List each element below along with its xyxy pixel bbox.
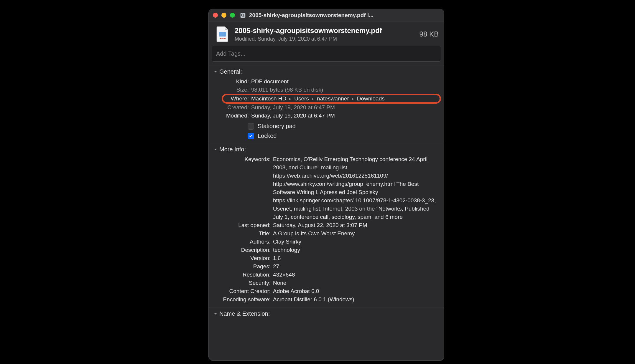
row-modified: Modified: Sunday, July 19, 2020 at 6:47 … — [213, 112, 439, 120]
where-path: Macintosh HD ▸ Users ▸ nateswanner ▸ Dow… — [251, 95, 439, 103]
info-window: 2005-shirky-agroupisitsownworstenemy.pdf… — [208, 9, 444, 361]
locked-checkbox[interactable]: Locked — [248, 133, 439, 139]
section-name-extension-title: Name & Extension: — [219, 310, 270, 317]
checkbox-icon — [248, 123, 254, 130]
path-sep-icon: ▸ — [351, 95, 355, 103]
svg-text:PDF: PDF — [221, 37, 224, 39]
row-pages: Pages: 27 — [213, 262, 439, 271]
modified-value: Sunday, July 19, 2020 at 6:47 PM — [258, 36, 337, 42]
svg-rect-3 — [219, 32, 226, 37]
row-title: Title: A Group is Its Own Worst Enemy — [213, 229, 439, 238]
traffic-lights — [213, 13, 235, 18]
chevron-down-icon — [213, 70, 218, 74]
modified-label: Modified: — [235, 36, 256, 42]
chevron-down-icon — [213, 148, 218, 152]
row-created: Created: Sunday, July 19, 2020 at 6:47 P… — [213, 103, 439, 112]
file-name: 2005-shirky-agroupisitsownworstenemy.pdf — [235, 27, 411, 35]
chevron-down-icon — [213, 312, 218, 316]
section-general-header[interactable]: General: — [213, 68, 439, 75]
row-version: Version: 1.6 — [213, 254, 439, 262]
file-header: PDF 2005-shirky-agroupisitsownworstenemy… — [209, 21, 444, 46]
section-more-info-title: More Info: — [219, 146, 246, 153]
section-general-title: General: — [219, 68, 242, 75]
section-more-info: More Info: Keywords: Economics, O'Reilly… — [209, 143, 444, 307]
row-encoding-software: Encoding software: Acrobat Distiller 6.0… — [213, 295, 439, 304]
titlebar: 2005-shirky-agroupisitsownworstenemy.pdf… — [209, 9, 444, 21]
close-icon[interactable] — [213, 13, 218, 18]
row-keywords: Keywords: Economics, O'Reilly Emerging T… — [213, 155, 439, 221]
row-kind: Kind: PDF document — [213, 77, 439, 86]
row-security: Security: None — [213, 279, 439, 287]
window-title: 2005-shirky-agroupisitsownworstenemy.pdf… — [249, 12, 440, 19]
row-authors: Authors: Clay Shirky — [213, 238, 439, 246]
section-general: General: Kind: PDF document Size: 98,011… — [209, 65, 444, 143]
minimize-icon[interactable] — [221, 13, 226, 18]
row-where: Where: Macintosh HD ▸ Users ▸ nateswanne… — [213, 95, 439, 103]
path-sep-icon: ▸ — [288, 95, 292, 103]
path-sep-icon: ▸ — [311, 95, 315, 103]
row-resolution: Resolution: 432×648 — [213, 271, 439, 279]
tags-input[interactable] — [212, 46, 441, 62]
stationery-pad-checkbox[interactable]: Stationery pad — [248, 123, 439, 130]
row-content-creator: Content Creator: Adobe Acrobat 6.0 — [213, 287, 439, 295]
section-name-extension-header[interactable]: Name & Extension: — [213, 310, 439, 317]
row-size: Size: 98,011 bytes (98 KB on disk) — [213, 86, 439, 94]
row-description: Description: technology — [213, 246, 439, 254]
section-more-info-header[interactable]: More Info: — [213, 146, 439, 153]
preview-app-icon — [240, 12, 246, 19]
zoom-icon[interactable] — [230, 13, 235, 18]
row-last-opened: Last opened: Saturday, August 22, 2020 a… — [213, 221, 439, 229]
file-size: 98 KB — [420, 30, 439, 38]
checkbox-checked-icon — [248, 133, 254, 139]
section-name-extension: Name & Extension: — [209, 307, 444, 324]
file-type-icon: PDF — [215, 26, 230, 43]
